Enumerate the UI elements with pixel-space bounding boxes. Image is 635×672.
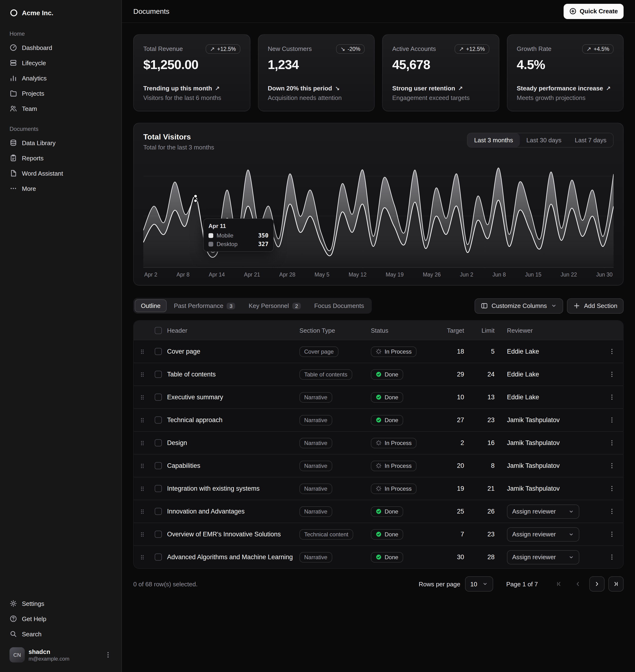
drag-handle-icon[interactable]	[139, 485, 146, 492]
target-cell[interactable]: 2	[440, 439, 475, 446]
assign-reviewer-select[interactable]: Assign reviewer	[507, 527, 579, 541]
section-type-badge: Cover page	[300, 346, 338, 357]
sidebar-item[interactable]: Search	[6, 626, 116, 642]
target-cell[interactable]: 25	[440, 508, 475, 515]
sidebar: Acme Inc. Home Dashboard Lifecycle Analy…	[0, 0, 122, 672]
drag-handle-icon[interactable]	[139, 371, 146, 378]
row-checkbox[interactable]	[154, 417, 161, 424]
brand-menu-button[interactable]: Acme Inc.	[6, 5, 116, 21]
row-actions-button[interactable]	[605, 413, 618, 427]
prev-page-icon[interactable]	[570, 576, 586, 591]
limit-cell[interactable]: 24	[475, 371, 505, 378]
row-header-cell[interactable]: Design	[165, 439, 298, 446]
user-menu-button[interactable]: CN shadcn m@example.com	[6, 644, 116, 666]
assign-reviewer-select[interactable]: Assign reviewer	[507, 504, 579, 518]
target-cell[interactable]: 7	[440, 531, 475, 538]
x-axis-tick-label: May 12	[349, 272, 367, 277]
target-cell[interactable]: 27	[440, 417, 475, 424]
target-cell[interactable]: 20	[440, 462, 475, 469]
row-header-cell[interactable]: Technical approach	[165, 417, 298, 424]
sidebar-item[interactable]: Analytics	[6, 70, 116, 86]
quick-create-button[interactable]: Quick Create	[564, 4, 623, 19]
tab[interactable]: Key Personnel 2	[243, 299, 307, 312]
limit-cell[interactable]: 23	[475, 531, 505, 538]
add-section-button[interactable]: Add Section	[567, 298, 623, 313]
sidebar-item[interactable]: Projects	[6, 86, 116, 101]
row-checkbox[interactable]	[154, 554, 161, 561]
limit-cell[interactable]: 23	[475, 417, 505, 424]
select-all-checkbox[interactable]	[154, 327, 161, 334]
column-header: Reviewer	[505, 327, 600, 334]
limit-cell[interactable]: 5	[475, 348, 505, 355]
tab[interactable]: Focus Documents	[308, 299, 370, 312]
limit-cell[interactable]: 28	[475, 554, 505, 561]
drag-handle-icon[interactable]	[139, 554, 146, 560]
row-actions-button[interactable]	[605, 528, 618, 541]
row-header-cell[interactable]: Cover page	[165, 348, 298, 355]
last-page-icon[interactable]	[608, 576, 623, 591]
row-checkbox[interactable]	[154, 462, 161, 469]
row-header-cell[interactable]: Capabilities	[165, 462, 298, 469]
reviewer-name: Eddie Lake	[507, 371, 539, 378]
sidebar-item[interactable]: More	[6, 181, 116, 196]
drag-handle-icon[interactable]	[139, 531, 146, 538]
sidebar-item[interactable]: Settings	[6, 596, 116, 611]
target-cell[interactable]: 10	[440, 394, 475, 401]
row-header-cell[interactable]: Advanced Algorithms and Machine Learning	[165, 554, 298, 561]
chart-range-button[interactable]: Last 3 months	[467, 133, 520, 147]
row-actions-button[interactable]	[605, 505, 618, 518]
sidebar-item[interactable]: Team	[6, 101, 116, 116]
chart-range-button[interactable]: Last 7 days	[568, 133, 613, 147]
sidebar-item[interactable]: Dashboard	[6, 40, 116, 55]
row-checkbox[interactable]	[154, 371, 161, 378]
limit-cell[interactable]: 16	[475, 439, 505, 446]
row-header-cell[interactable]: Table of contents	[165, 371, 298, 378]
row-checkbox[interactable]	[154, 531, 161, 538]
row-checkbox[interactable]	[154, 439, 161, 446]
sidebar-item[interactable]: Data Library	[6, 135, 116, 150]
first-page-icon[interactable]	[551, 576, 566, 591]
row-checkbox[interactable]	[154, 394, 161, 401]
sidebar-item[interactable]: Get Help	[6, 611, 116, 626]
target-cell[interactable]: 19	[440, 485, 475, 492]
drag-handle-icon[interactable]	[139, 417, 146, 423]
row-header-cell[interactable]: Integration with existing systems	[165, 485, 298, 492]
row-header-cell[interactable]: Overview of EMR's Innovative Solutions	[165, 531, 298, 538]
drag-handle-icon[interactable]	[139, 394, 146, 401]
drag-handle-icon[interactable]	[139, 508, 146, 515]
rows-per-page-select[interactable]: 10	[465, 576, 493, 591]
drag-handle-icon[interactable]	[139, 440, 146, 446]
row-actions-button[interactable]	[605, 368, 618, 381]
sidebar-item[interactable]: Lifecycle	[6, 55, 116, 70]
row-actions-button[interactable]	[605, 390, 618, 404]
target-cell[interactable]: 18	[440, 348, 475, 355]
chart-range-button[interactable]: Last 30 days	[520, 133, 568, 147]
row-checkbox[interactable]	[154, 508, 161, 515]
row-header-cell[interactable]: Innovation and Advantages	[165, 508, 298, 515]
sidebar-item[interactable]: Word Assistant	[6, 165, 116, 181]
row-actions-button[interactable]	[605, 345, 618, 358]
tab[interactable]: Past Performance 3	[168, 299, 241, 312]
limit-cell[interactable]: 8	[475, 462, 505, 469]
row-actions-button[interactable]	[605, 551, 618, 564]
drag-handle-icon[interactable]	[139, 462, 146, 469]
drag-handle-icon[interactable]	[139, 348, 146, 355]
limit-cell[interactable]: 26	[475, 508, 505, 515]
limit-cell[interactable]: 13	[475, 394, 505, 401]
row-actions-button[interactable]	[605, 459, 618, 472]
customize-columns-button[interactable]: Customize Columns	[474, 298, 563, 313]
row-checkbox[interactable]	[154, 485, 161, 492]
limit-cell[interactable]: 21	[475, 485, 505, 492]
target-cell[interactable]: 29	[440, 371, 475, 378]
target-cell[interactable]: 30	[440, 554, 475, 561]
assign-reviewer-select[interactable]: Assign reviewer	[507, 550, 579, 564]
sidebar-item-label: Analytics	[22, 74, 47, 82]
tab[interactable]: Outline	[135, 299, 167, 312]
sidebar-item[interactable]: Reports	[6, 150, 116, 165]
next-page-icon[interactable]	[589, 576, 605, 591]
row-actions-button[interactable]	[605, 436, 618, 449]
row-header-cell[interactable]: Executive summary	[165, 394, 298, 401]
row-checkbox[interactable]	[154, 348, 161, 355]
chart-plot-area[interactable]: Apr 11 Mobile 350 Desktop 327	[143, 161, 614, 268]
row-actions-button[interactable]	[605, 482, 618, 495]
